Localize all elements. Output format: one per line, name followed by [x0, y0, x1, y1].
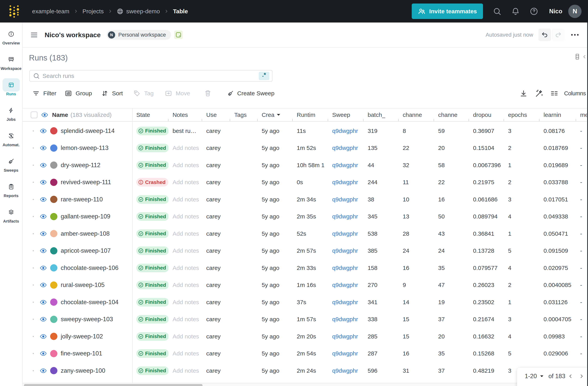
visibility-eye-icon[interactable]	[40, 248, 47, 253]
filter-button[interactable]: Filter	[32, 90, 56, 97]
drag-handle-icon[interactable]	[33, 284, 34, 285]
column-header-runtime[interactable]: Runtim	[293, 108, 328, 121]
collapsed-right-panel-edge[interactable]	[587, 22, 588, 386]
notes-cell[interactable]: Add notes	[168, 145, 202, 151]
workspace-edit-icon[interactable]	[174, 31, 183, 39]
notes-cell[interactable]: Add notes	[168, 299, 202, 305]
regex-toggle-button[interactable]: .*	[259, 72, 269, 80]
run-name-link[interactable]: dry-sweep-112	[61, 162, 101, 169]
run-name-link[interactable]: lemon-sweep-113	[61, 144, 108, 151]
sidebar-item-automat[interactable]: Automat.	[0, 129, 22, 155]
column-header-metric[interactable]: me	[576, 108, 588, 121]
table-row[interactable]: chocolate-sweep-106 Finished Add notes c…	[22, 259, 588, 277]
notes-cell[interactable]: Add notes	[168, 333, 202, 340]
run-name-link[interactable]: chocolate-sweep-104	[61, 299, 119, 306]
workspace-title[interactable]: Nico's workspace	[45, 31, 101, 39]
sidebar-item-sweeps[interactable]: Sweeps	[0, 155, 22, 180]
column-header-tags[interactable]: Tags	[230, 108, 258, 121]
visibility-eye-icon[interactable]	[40, 317, 47, 322]
menu-hamburger-icon[interactable]	[30, 30, 38, 40]
table-row[interactable]: apricot-sweep-107 Finished Add notes car…	[22, 242, 588, 260]
run-name-link[interactable]: splendid-sweep-114	[61, 127, 115, 135]
column-resize-divider[interactable]	[132, 108, 133, 383]
more-options-icon[interactable]	[569, 33, 580, 37]
notes-cell[interactable]: Add notes	[168, 367, 202, 374]
visibility-eye-icon[interactable]	[40, 180, 47, 184]
column-header-ch1[interactable]: channe	[399, 108, 434, 121]
drag-handle-icon[interactable]	[33, 353, 34, 354]
table-row[interactable]: jolly-sweep-102 Finished Add notes carey…	[22, 328, 588, 345]
sweep-link[interactable]: q9dwgphr	[332, 128, 358, 134]
column-header-user[interactable]: Use	[202, 108, 230, 121]
visibility-eye-icon[interactable]	[40, 197, 47, 202]
drag-handle-icon[interactable]	[33, 267, 34, 268]
run-name-link[interactable]: zany-sweep-100	[61, 367, 105, 374]
breadcrumb-team[interactable]: example-team	[32, 8, 69, 15]
notes-cell[interactable]: best ru…	[168, 128, 202, 134]
name-column-label[interactable]: Name	[52, 112, 68, 118]
visibility-eye-icon[interactable]	[40, 368, 47, 373]
visibility-eye-icon[interactable]	[40, 300, 47, 305]
table-row[interactable]: revived-sweep-111 Crashed Add notes care…	[22, 174, 588, 191]
sweep-link[interactable]: q9dwgphr	[332, 230, 358, 237]
notifications-bell-icon[interactable]	[511, 7, 520, 16]
wandb-logo-icon[interactable]	[9, 4, 19, 19]
drag-handle-icon[interactable]	[33, 147, 34, 149]
sweep-link[interactable]: q9dwgphr	[332, 299, 358, 305]
drag-handle-icon[interactable]	[33, 199, 34, 200]
drag-handle-icon[interactable]	[33, 165, 34, 166]
select-all-checkbox[interactable]	[31, 112, 37, 118]
table-row[interactable]: dry-sweep-112 Finished Add notes carey 5…	[22, 157, 588, 174]
column-header-epochs[interactable]: epochs	[504, 108, 539, 121]
invite-teammates-button[interactable]: Invite teammates	[412, 3, 483, 19]
table-row[interactable]: fine-sweep-101 Finished Add notes carey …	[22, 345, 588, 362]
sweep-link[interactable]: q9dwgphr	[332, 350, 358, 357]
search-icon[interactable]	[493, 7, 502, 16]
column-header-batch[interactable]: batch_	[363, 108, 399, 121]
download-icon[interactable]	[520, 89, 527, 97]
column-header-lr[interactable]: learnin	[539, 108, 576, 121]
notes-cell[interactable]: Add notes	[168, 350, 202, 357]
table-row[interactable]: amber-sweep-108 Finished Add notes carey…	[22, 225, 588, 242]
column-header-ch2[interactable]: channe	[434, 108, 469, 121]
notes-cell[interactable]: Add notes	[168, 265, 202, 271]
visibility-eye-icon[interactable]	[40, 163, 47, 167]
column-header-sweep[interactable]: Sweep	[328, 108, 363, 121]
breadcrumb-projects[interactable]: Projects	[83, 8, 104, 15]
sweep-link[interactable]: q9dwgphr	[332, 333, 358, 340]
magic-wand-icon[interactable]	[535, 89, 544, 98]
notes-cell[interactable]: Add notes	[168, 282, 202, 288]
next-page-icon[interactable]	[579, 372, 585, 380]
sweep-link[interactable]: q9dwgphr	[332, 145, 358, 151]
sweep-link[interactable]: q9dwgphr	[332, 265, 358, 271]
column-header-notes[interactable]: Notes	[168, 108, 202, 121]
drag-handle-icon[interactable]	[33, 216, 34, 217]
visibility-eye-icon[interactable]	[41, 113, 48, 117]
user-avatar[interactable]: N	[568, 5, 582, 18]
sweep-link[interactable]: q9dwgphr	[332, 316, 358, 322]
create-sweep-button[interactable]: Create Sweep	[227, 90, 274, 97]
notes-cell[interactable]: Add notes	[168, 316, 202, 323]
panel-layout-icon[interactable]	[576, 54, 579, 60]
sidebar-item-jobs[interactable]: Jobs	[0, 104, 22, 129]
visibility-eye-icon[interactable]	[40, 214, 47, 219]
visibility-eye-icon[interactable]	[40, 266, 47, 270]
user-name[interactable]: Nico	[549, 8, 562, 15]
run-name-link[interactable]: rare-sweep-110	[61, 196, 103, 203]
sidebar-item-overview[interactable]: Overview	[0, 27, 22, 53]
undo-button[interactable]	[538, 29, 551, 41]
sweep-link[interactable]: q9dwgphr	[332, 162, 358, 168]
table-row[interactable]: splendid-sweep-114 Finished best ru… car…	[22, 122, 588, 140]
visibility-eye-icon[interactable]	[40, 231, 47, 236]
column-header-dropout[interactable]: dropou	[469, 108, 504, 121]
columns-button[interactable]: Columns	[550, 89, 586, 97]
notes-cell[interactable]: Add notes	[168, 196, 202, 203]
run-name-link[interactable]: jolly-sweep-102	[61, 333, 103, 340]
sweep-link[interactable]: q9dwgphr	[332, 282, 358, 288]
visibility-eye-icon[interactable]	[40, 129, 47, 133]
page-size-dropdown[interactable]: 1-20	[525, 373, 544, 380]
search-runs-input[interactable]	[42, 73, 259, 79]
help-icon[interactable]	[530, 7, 538, 16]
run-name-link[interactable]: revived-sweep-111	[61, 179, 111, 186]
horizontal-scrollbar-thumb[interactable]	[24, 384, 203, 386]
